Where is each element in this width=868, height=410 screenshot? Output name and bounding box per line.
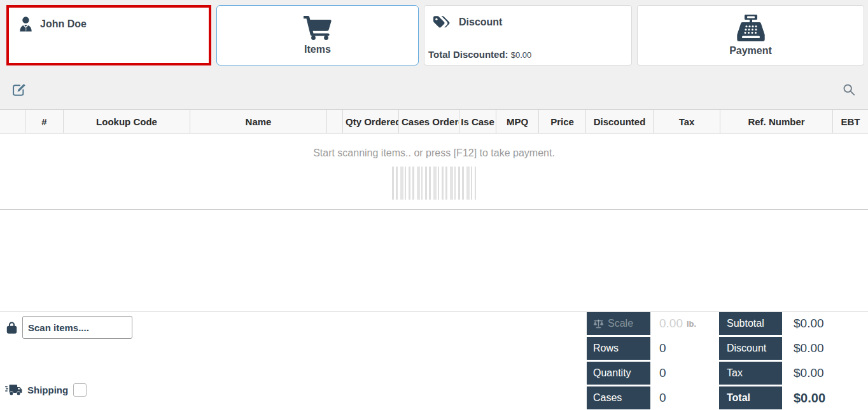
cases-value: 0: [653, 386, 717, 409]
empty-state-message: Start scanning items.. or press [F12] to…: [0, 133, 868, 159]
subtotal-label: Subtotal: [719, 312, 782, 335]
col-mpq: MPQ: [496, 110, 539, 133]
rows-value: 0: [653, 337, 717, 360]
col-qty-ordered: Qty Ordered: [343, 110, 399, 133]
scale-value-cell: 0.00 lb.: [653, 312, 717, 335]
scale-cell: Scale: [587, 312, 650, 335]
subtotal-value: $0.00: [785, 312, 868, 335]
tax-value: $0.00: [785, 362, 868, 385]
total-value: $0.00: [785, 386, 868, 409]
customer-name: John Doe: [40, 18, 87, 30]
customer-panel[interactable]: John Doe: [6, 5, 211, 65]
total-discounted: Total Discounted: $0.00: [428, 49, 531, 60]
col-discounted: Discounted: [586, 110, 654, 133]
total-discounted-label: Total Discounted:: [428, 49, 508, 60]
items-table-body: Start scanning items.. or press [F12] to…: [0, 133, 868, 210]
col-select: [0, 110, 25, 133]
discount-label: Discount: [719, 337, 782, 360]
cart-icon: [303, 16, 332, 40]
payment-panel[interactable]: Payment: [637, 5, 864, 65]
user-icon: [19, 17, 32, 32]
quantity-value: 0: [653, 362, 717, 385]
payment-panel-label: Payment: [729, 45, 772, 57]
step-panels: John Doe Items Discount: [0, 0, 868, 65]
scale-label: Scale: [608, 318, 633, 329]
col-is-case: Is Case: [459, 110, 496, 133]
scale-icon: [593, 319, 604, 329]
discount-value: $0.00: [785, 337, 868, 360]
items-panel-label: Items: [304, 44, 331, 55]
total-label: Total: [719, 386, 782, 409]
rows-label: Rows: [587, 337, 650, 360]
tags-icon: [433, 15, 451, 29]
scan-items-input[interactable]: [22, 316, 132, 339]
scale-unit: lb.: [687, 319, 696, 329]
search-icon[interactable]: [843, 83, 855, 96]
col-tax: Tax: [654, 110, 720, 133]
shipping-checkbox[interactable]: [73, 383, 87, 397]
total-discounted-value: $0.00: [511, 50, 532, 60]
discount-panel-label: Discount: [459, 17, 502, 28]
cases-label: Cases: [587, 386, 650, 409]
col-lookup-code: Lookup Code: [64, 110, 190, 133]
col-name: Name: [190, 110, 327, 133]
cash-register-icon: [736, 15, 766, 41]
items-panel[interactable]: Items: [216, 5, 419, 65]
col-price: Price: [539, 110, 586, 133]
discount-panel[interactable]: Discount Total Discounted: $0.00: [424, 5, 632, 65]
scale-value: 0.00: [659, 317, 683, 331]
bag-icon: [6, 321, 17, 334]
edit-icon[interactable]: [12, 83, 26, 97]
col-ref-number: Ref. Number: [720, 110, 833, 133]
col-cases-ordered: Cases Ordered: [399, 110, 459, 133]
quantity-label: Quantity: [587, 362, 650, 385]
summary-table: Scale 0.00 lb. Subtotal $0.00 Rows 0 Dis…: [587, 312, 868, 409]
content-spacer: [0, 210, 868, 311]
tax-label: Tax: [719, 362, 782, 385]
top-strip: John Doe Items Discount: [0, 0, 868, 109]
truck-icon: [5, 384, 22, 397]
toolbar-row: [0, 76, 868, 108]
barcode-graphic: [392, 167, 476, 200]
bottom-bar: Shipping Scale 0.00 lb. Subtotal $0.00 R…: [0, 311, 868, 409]
scan-row: [6, 316, 132, 339]
col-number: #: [25, 110, 64, 133]
shipping-label: Shipping: [27, 385, 68, 395]
col-spacer: [327, 110, 343, 133]
shipping-row: Shipping: [5, 383, 87, 397]
col-ebt: EBT: [833, 110, 868, 133]
items-table-header: # Lookup Code Name Qty Ordered Cases Ord…: [0, 109, 868, 133]
